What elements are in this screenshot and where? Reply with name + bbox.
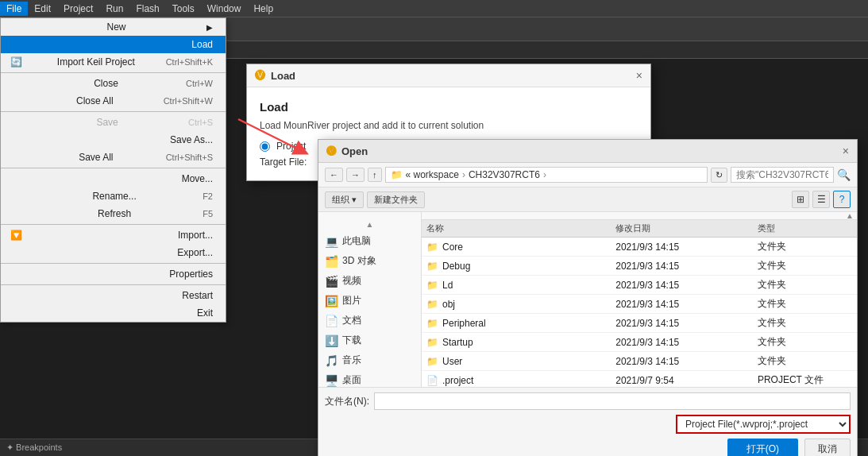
menu-flash[interactable]: Flash [129, 2, 165, 16]
load-target-file-label: Target File: [260, 157, 307, 168]
open-cancel-btn[interactable]: 取消 [804, 439, 851, 456]
filetype-select[interactable]: Project File(*.wvproj;*.project [676, 415, 851, 434]
file-type-cell: 文件夹 [758, 278, 852, 292]
file-list-row[interactable]: 📁User 2021/9/3 14:15 文件夹 [422, 352, 857, 371]
refresh-shortcut: F5 [203, 209, 213, 218]
open-ok-btn[interactable]: 打开(O) [727, 439, 798, 456]
open-dialog-forward-btn[interactable]: → [346, 168, 365, 182]
filetype-row: Project File(*.wvproj;*.project [325, 415, 851, 434]
file-name-cell: 📁Core [426, 242, 615, 253]
menu-item-move[interactable]: Move... [1, 170, 226, 187]
open-dialog-up-btn[interactable]: ↑ [368, 168, 382, 182]
open-dialog-refresh-btn[interactable]: ↻ [711, 168, 727, 183]
menu-window[interactable]: Window [201, 2, 248, 16]
menu-item-exit[interactable]: Exit [1, 304, 226, 322]
import-icon: 🔽 [10, 230, 26, 241]
file-name-cell: 📁User [426, 356, 615, 367]
file-type-cell: 文件夹 [758, 335, 852, 349]
file-list-row[interactable]: 📁Core 2021/9/3 14:15 文件夹 [422, 238, 857, 257]
close-all-label: Close All [76, 95, 114, 106]
open-dialog-search-input[interactable] [731, 167, 834, 183]
sidebar-item-pictures[interactable]: 🖼️ 图片 [318, 291, 421, 311]
sidebar-item-computer[interactable]: 💻 此电脑 [318, 231, 421, 251]
sidebar-item-3d[interactable]: 🗂️ 3D 对象 [318, 251, 421, 271]
sidebar-item-video[interactable]: 🎬 视频 [318, 271, 421, 291]
file-date-cell: 2021/9/3 14:15 [615, 318, 758, 329]
file-list-row[interactable]: 📁obj 2021/9/3 14:15 文件夹 [422, 295, 857, 314]
load-dialog-title-text: Load [271, 70, 295, 82]
path-part-workspace: « workspace [406, 169, 459, 180]
menu-item-import[interactable]: 🔽 Import... [1, 226, 226, 244]
menu-item-properties[interactable]: Properties [1, 265, 226, 283]
filename-label: 文件名(N): [325, 395, 369, 408]
menu-item-close-all[interactable]: Close All Ctrl+Shift+W [1, 92, 226, 110]
col-type-header: 类型 [758, 222, 852, 234]
load-dialog-title-bar: 🅥 Load × [247, 64, 650, 87]
new-folder-btn[interactable]: 新建文件夹 [367, 191, 425, 208]
load-dialog-close-btn[interactable]: × [636, 69, 642, 82]
col-date-header: 修改日期 [615, 222, 758, 234]
music-icon: 🎵 [325, 354, 338, 367]
file-type-cell: 文件夹 [758, 316, 852, 330]
menu-file[interactable]: File [0, 2, 28, 16]
load-title-icon: 🅥 [255, 69, 266, 82]
divider-1 [1, 72, 226, 73]
save-all-shortcut: Ctrl+Shift+S [166, 153, 213, 162]
sidebar-docs-label: 文档 [342, 314, 361, 327]
menu-item-close[interactable]: Close Ctrl+W [1, 75, 226, 92]
divider-6 [1, 284, 226, 285]
open-dialog-title-bar: 🅥 Open × [318, 140, 857, 163]
open-dialog-close-btn[interactable]: × [843, 145, 849, 157]
menu-item-export[interactable]: Export... [1, 244, 226, 261]
file-type-cell: 文件夹 [758, 297, 852, 311]
menu-item-rename[interactable]: Rename... F2 [1, 187, 226, 205]
file-list-row[interactable]: 📁Ld 2021/9/3 14:15 文件夹 [422, 276, 857, 295]
file-icon: 📁 [426, 318, 438, 329]
menu-item-refresh[interactable]: Refresh F5 [1, 205, 226, 222]
file-list-row[interactable]: 📄.project 2021/9/7 9:54 PROJECT 文件 [422, 371, 857, 387]
file-date-cell: 2021/9/3 14:15 [615, 299, 758, 310]
load-radio-project[interactable] [260, 141, 270, 152]
close-label: Close [94, 78, 118, 89]
organize-btn[interactable]: 组织 ▾ [325, 191, 364, 208]
sidebar-item-desktop[interactable]: 🖥️ 桌面 [318, 370, 421, 387]
sidebar-item-music[interactable]: 🎵 音乐 [318, 350, 421, 370]
open-dialog-search-icon[interactable]: 🔍 [837, 168, 851, 181]
sidebar-scroll-up[interactable]: ▲ [318, 217, 421, 231]
menu-tools[interactable]: Tools [166, 2, 201, 16]
sidebar-video-label: 视频 [342, 274, 361, 288]
dialog-buttons: 打开(O) 取消 [325, 439, 851, 456]
menu-item-restart[interactable]: Restart [1, 287, 226, 304]
filename-input[interactable] [374, 392, 851, 410]
menu-item-import-keil[interactable]: 🔄 Import Keil Project Ctrl+Shift+K [1, 53, 226, 71]
file-type-cell: PROJECT 文件 [758, 373, 852, 387]
file-list-row[interactable]: 📁Startup 2021/9/3 14:15 文件夹 [422, 333, 857, 352]
open-dialog-path-display[interactable]: 📁 « workspace › CH32V307RCT6 › [385, 167, 708, 183]
file-list-row[interactable]: 📁Peripheral 2021/9/3 14:15 文件夹 [422, 314, 857, 333]
menu-item-load[interactable]: Load [1, 36, 226, 53]
new-arrow-icon: ▶ [206, 23, 213, 32]
file-date-cell: 2021/9/3 14:15 [615, 280, 758, 291]
view-grid-icon[interactable]: ⊞ [792, 191, 809, 208]
menu-item-new[interactable]: New ▶ [1, 18, 226, 36]
scroll-top-arrow[interactable]: ▲ [846, 212, 854, 220]
sidebar-pictures-label: 图片 [342, 294, 361, 307]
open-dialog-back-btn[interactable]: ← [325, 168, 343, 182]
file-list-row[interactable]: 📁Debug 2021/9/3 14:15 文件夹 [422, 257, 857, 276]
menu-item-save-all[interactable]: Save All Ctrl+Shift+S [1, 149, 226, 166]
file-name-cell: 📁Startup [426, 337, 615, 348]
menu-project[interactable]: Project [57, 2, 99, 16]
help-icon[interactable]: ? [833, 191, 851, 208]
menu-help[interactable]: Help [247, 2, 280, 16]
sidebar-item-docs[interactable]: 📄 文档 [318, 311, 421, 330]
menu-item-save-as[interactable]: Save As... [1, 131, 226, 149]
sidebar-desktop-label: 桌面 [342, 373, 361, 387]
menu-run[interactable]: Run [99, 2, 129, 16]
file-date-cell: 2021/9/3 14:15 [615, 242, 758, 253]
view-list-icon[interactable]: ☰ [812, 191, 830, 208]
sidebar-item-download[interactable]: ⬇️ 下载 [318, 330, 421, 350]
save-label: Save [96, 117, 118, 128]
open-dialog-sidebar: ▲ 💻 此电脑 🗂️ 3D 对象 🎬 视频 🖼️ 图片 📄 文档 [318, 212, 422, 387]
menu-edit[interactable]: Edit [28, 2, 57, 16]
3d-icon: 🗂️ [325, 255, 338, 268]
